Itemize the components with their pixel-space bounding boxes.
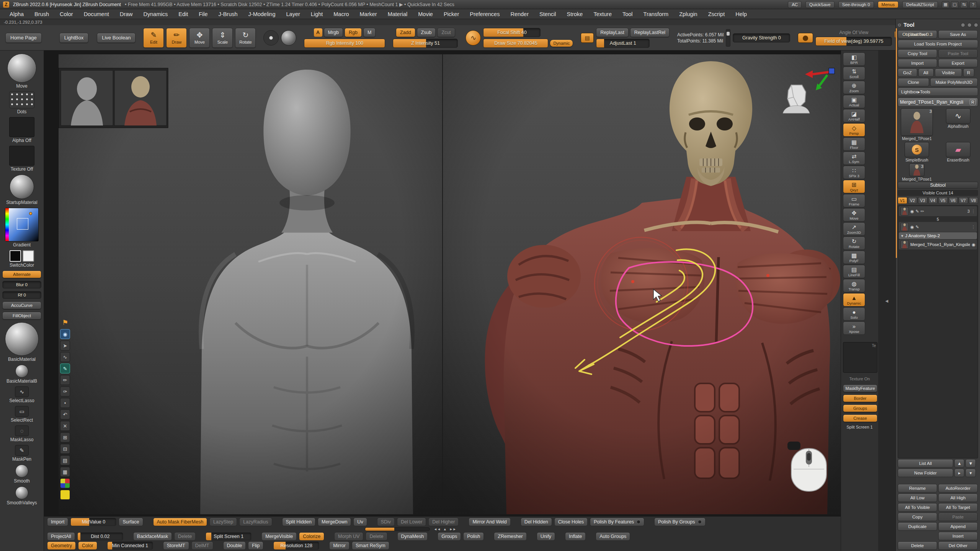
frame-button[interactable]: ▭ Frame [843,194,865,207]
dynamic-button[interactable]: ▲ Dynamic [843,293,865,306]
menu-item[interactable]: File [194,10,212,18]
sidebar-item-mask-lasso[interactable]: ◌ MaskLasso [2,425,41,442]
all-to-visible-button[interactable]: All To Visible [898,503,937,512]
lasso-icon[interactable]: ∿ [60,352,70,362]
menu-item[interactable]: Tool [617,10,638,18]
eye-icon[interactable]: ◉ [972,242,975,247]
focal-shift-slider[interactable]: Focal Shift 40 [483,28,541,37]
sidebar-item-color-picker[interactable]: Gradient [2,208,41,248]
menu-item[interactable]: Alpha [5,10,29,18]
paint-icon[interactable]: ✎ [916,209,919,214]
gravity-strength-slider[interactable]: Gravity Strength 0 [733,33,790,42]
surface-button[interactable]: Surface [119,518,143,526]
delete-second-button[interactable]: Delete [366,532,387,541]
import-button[interactable]: Import [898,59,937,67]
menu-item[interactable]: Edit [173,10,193,18]
palette-dot-icon[interactable] [961,23,965,27]
sidebar-item-dots[interactable]: Dots [2,91,41,114]
subtool-row[interactable]: ◉ ✎ ⋮ [899,222,977,232]
sidebar-item-material[interactable]: StartupMaterial [2,174,41,205]
canvas[interactable]: ⚑ ◉ ➤ ∿ ✎ ✏ ✑ • ↶ ✕ ⊞ ⊟ [44,51,841,516]
save-as-button[interactable]: Save As [938,30,978,39]
duplicate-button[interactable]: Duplicate [898,522,937,531]
menu-item[interactable]: Preferences [465,10,505,18]
alpha-preview-icon[interactable] [281,30,296,46]
sidebar-item-select-lasso[interactable]: ∿ SelectLasso [2,386,41,403]
tray-arrow[interactable]: ►► [449,527,456,531]
copy-tool-button[interactable]: Copy Tool [898,49,937,58]
inflate-button[interactable]: Inflate [565,532,586,541]
sdiv-slider[interactable]: SDiv [377,518,395,526]
menu-item[interactable]: J-Modeling [243,10,281,18]
xpose-button[interactable]: » Xpose [843,321,865,335]
copy-button[interactable]: Copy [898,513,937,521]
document-thumbnails[interactable] [59,68,168,128]
list-all-button[interactable]: List All [898,459,953,468]
sidebar-item-smooth-valleys[interactable]: SmoothValleys [2,486,41,505]
menu-item[interactable]: Picker [439,10,464,18]
colorize-button[interactable]: Colorize [299,532,324,541]
subtool-version-tab[interactable]: V5 [938,197,948,204]
all-low-button[interactable]: All Low [898,494,937,502]
subtool-version-tab[interactable]: V8 [969,197,978,204]
del-lower-button[interactable]: Del Lower [397,518,426,526]
menu-item[interactable]: Layer [281,10,305,18]
main-color-swatch[interactable] [10,250,21,262]
lightbox-button[interactable]: LightBox [59,33,89,43]
sidebar-item-move[interactable]: Move [2,54,41,89]
double-button[interactable]: Double [223,541,246,550]
smart-resym-button[interactable]: Smart ReSym [352,541,389,550]
unify-button[interactable]: Unify [537,532,555,541]
export-button[interactable]: Export [938,59,978,67]
make-polymesh3d-button[interactable]: Make PolyMesh3D [930,78,978,86]
color-picker[interactable] [5,208,39,241]
visible-count-slider[interactable]: Visible Count 14 [898,190,978,196]
folder-expand-button[interactable]: ▾ [965,469,975,477]
menu-item[interactable]: Color [55,10,78,18]
quickpick-pin-icon[interactable]: ⚑ [60,318,70,328]
floor-button[interactable]: ▦ Floor [843,137,865,151]
alphabrush-thumbnail[interactable]: ∿ [946,108,970,124]
eye-icon[interactable]: ◉ [910,225,914,230]
mask-by-feature-button[interactable]: MaskByFeature [843,385,877,392]
menu-item[interactable]: Material [383,10,413,18]
cursor-icon[interactable]: ➤ [60,341,70,350]
scale-mode-button[interactable]: ⇕ Scale [212,28,233,48]
sidebar-item-basic-material[interactable]: BasicMaterial [2,322,41,362]
active-tool-thumbnail[interactable]: 3 [901,108,933,136]
auto-mask-fibermesh-button[interactable]: Auto Mask FiberMesh [153,518,207,526]
eye-icon[interactable]: ◉ [910,209,914,214]
draw-mode-button[interactable]: ✏ Draw [166,28,187,48]
menu-item[interactable]: Brush [29,10,54,18]
paste-button[interactable]: Paste [938,513,978,521]
points-vertical-slider[interactable] [726,29,730,47]
zsub-button[interactable]: Zsub [417,28,436,37]
insert-button[interactable]: Insert [938,532,978,540]
delete-button[interactable]: Delete [898,541,937,550]
autoreorder-button[interactable]: AutoReorder [938,484,978,492]
qxyz-button[interactable]: ⊞ Qxyz [843,180,865,193]
field-of-view-slider[interactable]: Field of view(deg) 39.59775 [815,37,892,46]
zremesher-button[interactable]: ZRemesher [494,532,526,541]
clone-button[interactable]: Clone [898,78,929,86]
lsym-button[interactable]: ⇄ L.Sym [843,152,865,165]
menu-item[interactable]: Document [79,10,114,18]
new-folder-button[interactable]: New Folder [898,469,953,477]
persp-button[interactable]: ◇ Persp [843,123,865,137]
undo-icon[interactable]: ↶ [60,409,70,419]
backfacemask-button[interactable]: BackfaceMask [133,532,172,541]
interface-layout-icon[interactable]: ▦ [942,1,949,8]
mergedown-button[interactable]: MergeDown [318,518,351,526]
paste-tool-button[interactable]: Paste Tool [938,49,978,58]
subtool-version-tab[interactable]: V4 [928,197,938,204]
goz-visible-button[interactable]: Visible [935,68,962,77]
swap-icon[interactable]: ⇆ [960,1,968,8]
menu-item[interactable]: Stencil [534,10,561,18]
help-icon[interactable]: ? [969,1,977,8]
accucurve-button[interactable]: AccuCurve [2,302,41,309]
resolution-slider[interactable]: Resolution 128 [273,541,319,550]
scroll-button[interactable]: ⇅ Scroll [843,67,865,80]
replay-last-button[interactable]: ReplayLast [596,28,629,37]
objshadow-slider[interactable]: ObjShadow 0.3 [894,31,940,38]
color-tab[interactable]: Color [78,541,97,550]
